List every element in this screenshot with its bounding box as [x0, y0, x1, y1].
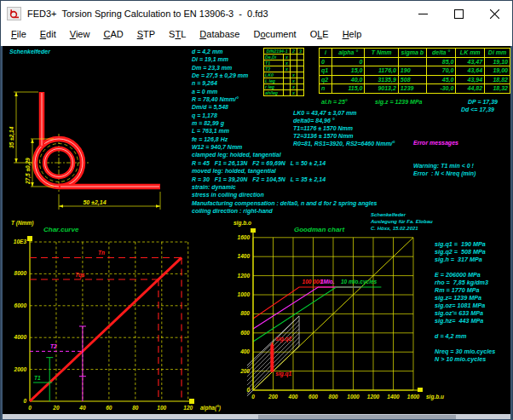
svg-text:400: 400 [239, 348, 250, 354]
stress-value-line: Nreq = 30 mio.cycles [435, 348, 495, 355]
din-grade-mark [291, 60, 297, 66]
din-row-label: r leg [264, 84, 284, 90]
fatigue-line-label: 1Mio. [320, 279, 335, 285]
marker-label-T1: T1 [34, 375, 41, 381]
din-grade-mark: x [284, 66, 291, 72]
drawing-title: Schenkelfeder [9, 49, 50, 55]
stress-value-line: sig.oz'= 633 MPa [435, 309, 495, 317]
svg-text:20: 20 [52, 405, 60, 411]
goodman-title: Goodman chart [294, 226, 344, 233]
tolerance-line: T1=1176 ± 1570 Nmm [293, 124, 395, 132]
credit-block: SchenkelfederAuslegung für Fa. ElobauC. … [371, 211, 433, 232]
results-col-header: LK mm [456, 49, 485, 58]
results-cell: 0 [320, 57, 332, 66]
results-cell: 45,0 [426, 75, 456, 84]
menu-item-document[interactable]: Document [246, 26, 303, 42]
din-grade-mark: x [284, 60, 291, 66]
din-grade-header: 2 [291, 49, 297, 55]
din-row-label: ah/leg [264, 90, 284, 96]
stress-value-group: d = 4,2 mm [435, 332, 495, 340]
error-messages-title: Error messages [413, 139, 476, 147]
results-cell: q1 [320, 66, 332, 76]
results-cell: 190 [398, 66, 426, 76]
results-col-header: alpha ° [331, 49, 364, 58]
char-curve-title: Char.curve [43, 226, 79, 233]
tolerance-line: delta0= 84,96 ° [293, 117, 395, 124]
svg-text:2000: 2000 [14, 366, 27, 372]
operating-label-sigq2: sig.q2 [275, 336, 291, 342]
din-row: T2x [264, 66, 304, 72]
parameter-line: Manufacturing compensation : delta0, n a… [192, 199, 377, 207]
menu-item-cad[interactable]: CAD [96, 26, 130, 42]
tolerance-line: LK0 = 43,47 ± 3,07 mm [293, 109, 395, 117]
din-grade-mark [297, 66, 304, 72]
menu-item-help[interactable]: Help [336, 26, 369, 42]
menu-item-file[interactable]: File [4, 26, 33, 42]
parameter-line: stress in coiling direction [192, 191, 377, 198]
results-col-header: i [320, 49, 332, 58]
menu-item-view[interactable]: View [63, 26, 97, 42]
stress-value-line: sig.h = 317 MPa [435, 256, 495, 263]
parameter-line: R = 45 F1 = 26,13N F2 = 69,69N L = 50 ± … [192, 159, 377, 167]
results-cell: 3135,9 [365, 75, 398, 84]
results-cell: 15,0 [331, 66, 364, 76]
din-grade-mark [284, 78, 291, 84]
parameter-line: clamped leg: holded, tangential [192, 151, 377, 158]
results-cell: 115,0 [331, 84, 364, 94]
svg-text:4000: 4000 [14, 334, 27, 340]
svg-text:400: 400 [288, 394, 298, 400]
results-cell: 1176,0 [365, 66, 398, 76]
svg-text:0: 0 [246, 387, 250, 393]
results-cell: 9013,2 [365, 84, 398, 94]
menu-bar: FileEditViewCADSTPSTLDatabaseDocumentOLE… [1, 26, 512, 46]
menu-item-ole[interactable]: OLE [303, 26, 336, 42]
goodman-caption: Fatigue strength chart (Goodman Diagram)… [245, 400, 422, 414]
results-row: q240,03135,950845,043,9418,82 [320, 75, 510, 84]
fatigue-line-label: 100 000 [303, 279, 323, 285]
results-cell: 18,82 [485, 75, 510, 84]
maximize-icon[interactable] [441, 1, 476, 26]
din-grade-mark [297, 72, 304, 78]
marker-label-Tqs: Tqs [75, 272, 85, 279]
menu-item-database[interactable]: Database [193, 26, 246, 42]
fatigue-line-label: 10 mio.cycles [341, 279, 378, 285]
svg-text:8000: 8000 [14, 270, 27, 276]
din-row: T1x [264, 60, 304, 66]
din-grade-mark [297, 90, 304, 96]
summary-alh: al.h = 25° [321, 99, 348, 105]
menu-item-stp[interactable]: STP [130, 26, 162, 42]
scrollbar-thumb[interactable] [258, 415, 456, 419]
results-cell: 0 [331, 57, 364, 66]
app-window: FED3+ Torsion Spring Calculation to EN 1… [0, 0, 513, 420]
din-row: ah/legx [264, 90, 304, 96]
din-grade-mark [297, 55, 304, 60]
stress-value-line: d = 4,2 mm [435, 332, 495, 340]
summary-dd: Dd <= 17,39 [461, 106, 494, 112]
dim-label-moved-leg: 35 ±2,14 [9, 126, 15, 148]
window-bottom-frame [1, 414, 512, 420]
credit-line: Schenkelfeder [371, 211, 433, 218]
din-grade-mark: x [284, 55, 291, 60]
stress-value-line: sig.oz= 1081 MPa [435, 302, 495, 309]
results-cell: 70,0 [426, 66, 456, 76]
svg-text:600: 600 [308, 394, 318, 400]
results-col-header: T Nmm [365, 49, 398, 58]
svg-text:60: 60 [106, 405, 112, 411]
svg-text:1400: 1400 [387, 394, 400, 400]
din-grade-mark [284, 84, 291, 90]
svg-text:1400: 1400 [238, 253, 251, 259]
din-row: LK0x [264, 72, 304, 78]
svg-text:80: 80 [132, 405, 139, 411]
menu-item-stl[interactable]: STL [162, 26, 193, 42]
parameter-line: R = 78,40 Nmm/° [192, 95, 377, 103]
close-icon[interactable] [476, 1, 512, 26]
svg-text:600: 600 [240, 330, 250, 336]
minimize-icon[interactable] [405, 1, 441, 26]
results-row: q115,01176,019070,043,6419,00 [320, 66, 510, 76]
svg-text:6000: 6000 [14, 302, 27, 308]
din-grade-header: 3 [297, 49, 304, 55]
goodman-xlabel: sig.b.u [426, 394, 444, 400]
credit-line: Auslegung für Fa. Elobau [371, 218, 433, 225]
din-row-label: LK0 [264, 72, 284, 78]
menu-item-edit[interactable]: Edit [33, 26, 63, 42]
